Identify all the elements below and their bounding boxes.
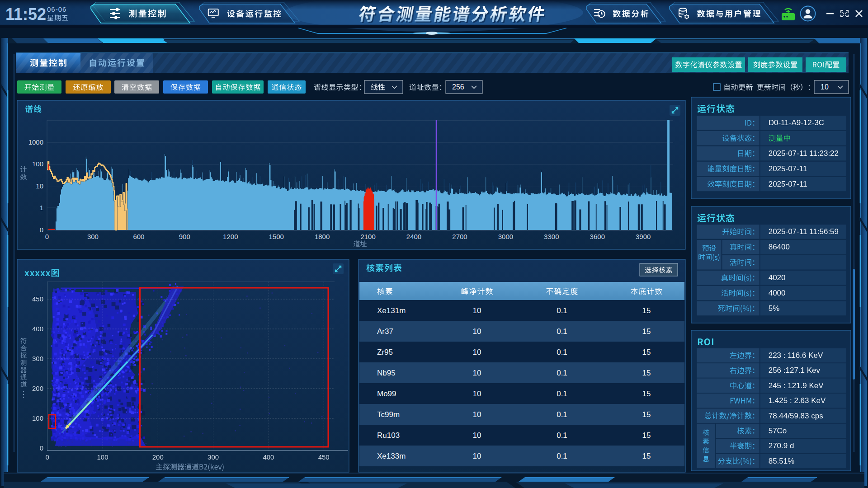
- svg-text:15: 15: [642, 369, 651, 377]
- svg-text:2100: 2100: [360, 233, 375, 240]
- svg-text:0.1: 0.1: [557, 410, 567, 419]
- svg-text:15: 15: [642, 306, 651, 315]
- svg-text:10: 10: [473, 389, 481, 398]
- svg-text:2025-07-11: 2025-07-11: [769, 180, 807, 188]
- svg-text:78.44/59.83 cps: 78.44/59.83 cps: [769, 412, 823, 420]
- svg-text:245 : 121.9 KeV: 245 : 121.9 KeV: [769, 381, 824, 390]
- svg-text:57Co: 57Co: [769, 427, 787, 435]
- svg-text:3900: 3900: [636, 233, 651, 240]
- svg-text:2025-07-11 11:56:59: 2025-07-11 11:56:59: [769, 227, 839, 236]
- svg-text:200: 200: [152, 453, 164, 461]
- svg-text:3600: 3600: [590, 233, 605, 240]
- svg-text:2025-07-11: 2025-07-11: [769, 164, 807, 173]
- svg-text:4000: 4000: [769, 289, 786, 297]
- svg-text:10: 10: [473, 348, 481, 357]
- svg-text:400: 400: [32, 325, 43, 333]
- svg-text:200: 200: [32, 385, 43, 392]
- svg-text:11:52: 11:52: [5, 5, 46, 23]
- svg-text:270.9 d: 270.9 d: [769, 441, 794, 450]
- svg-text:0: 0: [45, 233, 49, 240]
- svg-text:0: 0: [46, 453, 49, 461]
- svg-text:1500: 1500: [269, 233, 284, 240]
- svg-text:1800: 1800: [315, 233, 330, 240]
- svg-text:Ar37: Ar37: [377, 327, 393, 336]
- svg-text:0.1: 0.1: [557, 327, 567, 336]
- svg-text:10: 10: [473, 327, 481, 336]
- svg-text:100: 100: [97, 453, 108, 461]
- svg-text:15: 15: [642, 452, 651, 460]
- svg-text:0: 0: [40, 444, 43, 452]
- svg-text:Zr95: Zr95: [377, 348, 393, 357]
- svg-text:Tc99m: Tc99m: [377, 410, 400, 419]
- svg-text:10: 10: [473, 431, 481, 440]
- svg-text:900: 900: [179, 233, 190, 240]
- svg-text:D0-11-A9-12-3C: D0-11-A9-12-3C: [769, 118, 824, 127]
- svg-text:300: 300: [87, 233, 99, 240]
- svg-text:10: 10: [36, 182, 43, 190]
- svg-text:1: 1: [40, 204, 43, 211]
- svg-text:450: 450: [32, 295, 43, 303]
- svg-text:3000: 3000: [498, 233, 513, 240]
- svg-text:300: 300: [32, 355, 43, 362]
- svg-text:256: 256: [452, 83, 464, 91]
- svg-text:06-06: 06-06: [47, 5, 66, 13]
- svg-text:Ru103: Ru103: [377, 431, 400, 440]
- svg-text:0.1: 0.1: [557, 369, 567, 377]
- svg-text:10: 10: [821, 83, 829, 91]
- svg-text:0.1: 0.1: [557, 452, 567, 460]
- svg-text:1000: 1000: [28, 138, 43, 146]
- svg-text:10: 10: [473, 369, 481, 377]
- svg-text:10: 10: [473, 452, 481, 460]
- svg-text:2700: 2700: [452, 233, 467, 240]
- svg-text:10: 10: [473, 410, 481, 419]
- svg-text:0.1: 0.1: [557, 389, 567, 398]
- svg-text:600: 600: [133, 233, 144, 240]
- svg-text:15: 15: [642, 410, 651, 419]
- svg-text:15: 15: [642, 348, 651, 357]
- svg-text:4020: 4020: [769, 273, 786, 282]
- svg-text:Xe131m: Xe131m: [377, 306, 406, 315]
- svg-text:2025-07-11 11:23:22: 2025-07-11 11:23:22: [769, 149, 839, 158]
- svg-text:1.425 : 2.63 KeV: 1.425 : 2.63 KeV: [769, 396, 826, 405]
- svg-text:Mo99: Mo99: [377, 389, 396, 398]
- svg-text:300: 300: [208, 453, 219, 461]
- svg-text:0: 0: [40, 226, 43, 234]
- svg-text:3300: 3300: [544, 233, 559, 240]
- svg-text:223 : 116.6 KeV: 223 : 116.6 KeV: [769, 351, 823, 360]
- svg-text:400: 400: [263, 453, 274, 461]
- svg-text:1200: 1200: [223, 233, 238, 240]
- svg-text:15: 15: [642, 389, 651, 398]
- svg-text:0.1: 0.1: [557, 348, 567, 357]
- svg-text:10: 10: [473, 306, 481, 315]
- svg-text:100: 100: [32, 160, 43, 168]
- svg-text:450: 450: [318, 453, 330, 461]
- svg-text:0.1: 0.1: [557, 306, 567, 315]
- svg-text:Nb95: Nb95: [377, 369, 396, 377]
- svg-text:256 :127.1 Kev: 256 :127.1 Kev: [769, 366, 821, 375]
- svg-text:Xe133m: Xe133m: [377, 452, 406, 460]
- svg-text:100: 100: [32, 414, 43, 422]
- svg-text:0.1: 0.1: [557, 431, 567, 440]
- svg-text:85.51%: 85.51%: [769, 457, 795, 465]
- svg-text:15: 15: [642, 327, 651, 336]
- svg-text:15: 15: [642, 431, 651, 440]
- svg-text:2400: 2400: [406, 233, 421, 240]
- svg-text:5%: 5%: [769, 304, 780, 313]
- svg-text:86400: 86400: [769, 243, 790, 251]
